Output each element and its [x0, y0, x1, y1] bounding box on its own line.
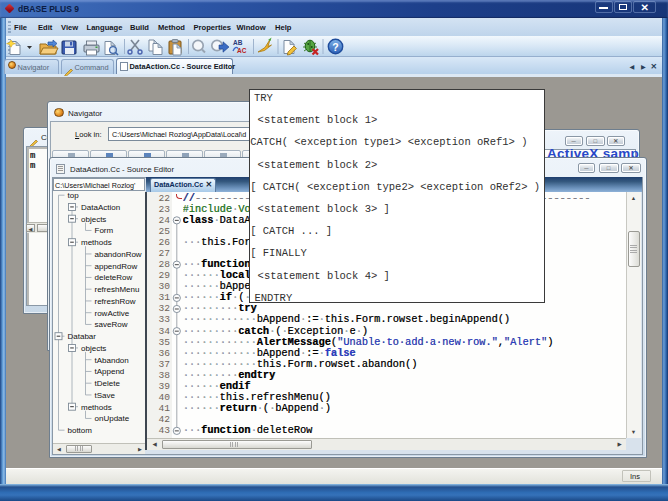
svg-text:onUpdate: onUpdate — [95, 414, 130, 423]
svg-text:deleteRow: deleteRow — [95, 273, 133, 282]
svg-text:methods: methods — [81, 238, 112, 247]
svg-text:objects: objects — [81, 215, 106, 224]
svg-text:bottom: bottom — [68, 426, 93, 435]
svg-text:AB: AB — [233, 39, 243, 46]
svg-text:top: top — [68, 191, 80, 200]
svg-text:abandonRow: abandonRow — [95, 250, 142, 259]
svg-text:tDelete: tDelete — [95, 379, 121, 388]
svg-text:methods: methods — [81, 403, 112, 412]
svg-text:DataAction: DataAction — [81, 203, 120, 212]
svg-text:rowActive: rowActive — [95, 309, 130, 318]
svg-text:refreshMenu: refreshMenu — [95, 285, 140, 294]
svg-text:objects: objects — [81, 344, 106, 353]
svg-text:Databar: Databar — [68, 332, 97, 341]
svg-text:Form: Form — [95, 226, 114, 235]
svg-text:tSave: tSave — [95, 391, 116, 400]
svg-text:AC: AC — [237, 47, 247, 54]
svg-text:?: ? — [332, 41, 338, 53]
svg-text:saveRow: saveRow — [95, 320, 128, 329]
svg-text:tAppend: tAppend — [95, 367, 125, 376]
svg-text:appendRow: appendRow — [95, 262, 138, 271]
svg-text:refreshRow: refreshRow — [95, 297, 136, 306]
svg-text:tAbandon: tAbandon — [95, 356, 129, 365]
